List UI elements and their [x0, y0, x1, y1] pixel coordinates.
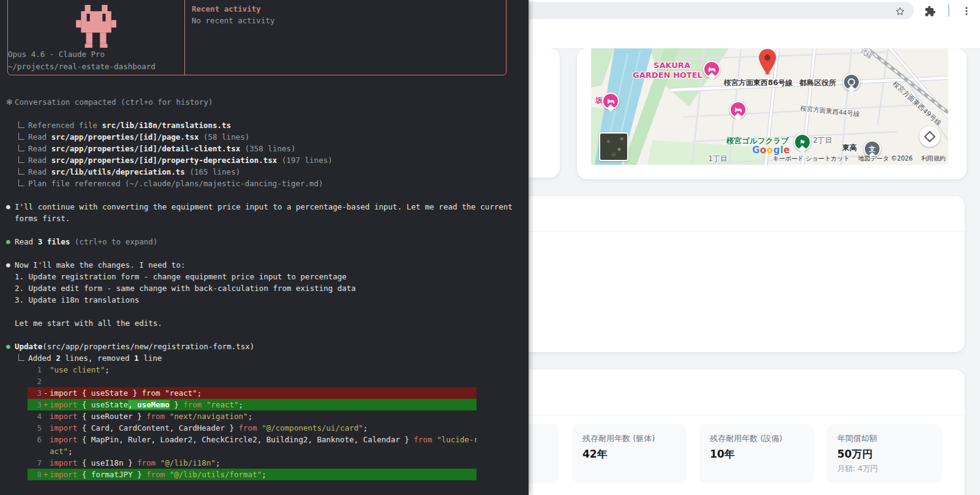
- diff-line: 1 "use client";: [28, 364, 477, 376]
- terminal-line: 3. Update i18n translations: [0, 294, 529, 306]
- fullscreen-arrows-icon: [924, 130, 936, 143]
- google-logo-letter: o: [760, 145, 767, 156]
- terminal-line: 2. Update edit form - same change with b…: [0, 282, 529, 294]
- elbow-icon: [18, 179, 24, 186]
- model-label: Opus 4.6 · Claude Pro: [8, 50, 184, 59]
- browser-menu-icon[interactable]: [960, 5, 973, 17]
- claude-code-terminal[interactable]: Opus 4.6 · Claude Pro ~/projects/real-es…: [0, 0, 529, 495]
- google-map[interactable]: SAKURAGARDEN HOTEL坂桜宮方面東西86号線都島区役所桜宮方面東西…: [591, 48, 948, 165]
- map-fullscreen-button[interactable]: [919, 126, 940, 147]
- terminal-gap: [0, 224, 529, 236]
- terminal-line: ●Now I'll make the changes. I need to:: [0, 259, 529, 271]
- terminal-line: ●Update(src/app/properties/new/registrat…: [0, 341, 529, 352]
- terminal-line: Plan file referenced (~/.claude/plans/ma…: [0, 178, 529, 189]
- elbow-icon: [18, 354, 24, 361]
- stat-sub: 月額: 4万円: [837, 464, 932, 474]
- google-logo-letter: G: [752, 145, 760, 156]
- screen: SAKURAGARDEN HOTEL坂桜宮方面東西86号線都島区役所桜宮方面東西…: [0, 0, 980, 495]
- recent-activity-title: Recent activity: [192, 4, 261, 13]
- terminal-line: Read src/app/properties/[id]/detail-clie…: [0, 143, 529, 154]
- bullet-icon: ●: [6, 341, 10, 352]
- map-label: SAKURA: [654, 61, 690, 70]
- bullet-icon: ●: [6, 201, 10, 213]
- bullet-icon: ●: [6, 259, 10, 271]
- terminal-gap: [0, 329, 529, 341]
- map-label: 東高: [842, 143, 857, 153]
- map-label: 都島区役所: [799, 78, 836, 88]
- stat-box: 年間償却額50万円月額: 4万円: [827, 424, 942, 483]
- terminal-line: Read src/lib/utils/depreciation.ts (165 …: [0, 166, 529, 178]
- stat-label: 年間償却額: [837, 433, 932, 444]
- map-label: 2丁目: [813, 135, 832, 146]
- diff-line: 3-import { useState } from "react";: [28, 387, 477, 399]
- stat-value: 50万円: [837, 447, 932, 461]
- diff-line: 5 import { Card, CardContent, CardHeader…: [28, 422, 477, 434]
- map-marker-hotel-icon[interactable]: [729, 101, 747, 118]
- terminal-gap: [0, 306, 529, 317]
- compact-icon: ✻: [6, 96, 12, 108]
- map-card: SAKURAGARDEN HOTEL坂桜宮方面東西86号線都島区役所桜宮方面東西…: [577, 48, 967, 179]
- map-pin-icon[interactable]: [759, 49, 776, 77]
- terminal-line: ●I'll continue with converting the equip…: [0, 201, 529, 213]
- diff-line: 7 import { useI18n } from "@/lib/i18n";: [28, 457, 477, 469]
- stat-label: 残存耐用年数 (設備): [710, 433, 804, 444]
- diff-line: 2: [28, 376, 477, 387]
- map-label: 桜宮方面東西86号線: [724, 78, 793, 88]
- stat-box: 残存耐用年数 (躯体)42年: [572, 424, 687, 483]
- terminal-line: Read src/app/properties/[id]/page.tsx (5…: [0, 131, 529, 143]
- diff-line: act";: [28, 445, 477, 457]
- stat-value: 42年: [582, 447, 676, 461]
- diff-line: 6 import { MapPin, Ruler, Loader2, Check…: [28, 434, 477, 445]
- map-marker-hotel-icon[interactable]: [602, 93, 619, 110]
- map-marker-hotel-icon[interactable]: [703, 61, 720, 78]
- welcome-box: Opus 4.6 · Claude Pro ~/projects/real-es…: [7, 0, 507, 75]
- bookmark-star-icon[interactable]: [894, 5, 906, 17]
- recent-activity-empty: No recent activity: [192, 16, 274, 25]
- map-label: 1丁目: [708, 154, 728, 164]
- satellite-toggle-thumbnail[interactable]: [599, 132, 628, 161]
- extensions-icon[interactable]: [924, 5, 936, 17]
- elbow-icon: [18, 133, 24, 140]
- map-label: GARDEN HOTEL: [633, 70, 703, 80]
- bullet-icon: ●: [6, 236, 10, 248]
- stat-label: 残存耐用年数 (躯体): [582, 433, 676, 444]
- elbow-icon: [18, 121, 24, 128]
- keyboard-shortcuts-link[interactable]: キーボード ショートカット: [773, 154, 850, 163]
- toolbar-divider: [948, 4, 949, 17]
- elbow-icon: [18, 156, 24, 163]
- map-marker-golf-icon[interactable]: ⚑: [794, 134, 811, 151]
- terminal-gap: [0, 108, 529, 119]
- terminal-line: forms first.: [0, 213, 529, 224]
- diff-line: 3+import { useState, useMemo } from "rea…: [28, 399, 477, 410]
- elbow-icon: [18, 168, 24, 175]
- diff-line: 4 import { useRouter } from "next/naviga…: [28, 410, 477, 422]
- diff-line: 8+import { formatJPY } from "@/lib/utils…: [28, 469, 477, 480]
- stat-value: 10年: [710, 447, 804, 461]
- terminal-line: Read src/app/properties/[id]/property-de…: [0, 154, 529, 166]
- terminal-transcript: ✻Conversation compacted (ctrl+o for hist…: [0, 96, 529, 480]
- terminal-line: ✻Conversation compacted (ctrl+o for hist…: [0, 96, 529, 108]
- terminal-line: ●Read 3 files (ctrl+o to expand): [0, 236, 529, 248]
- elbow-icon: [18, 145, 24, 151]
- terminal-line: Let me start with all the edits.: [0, 317, 529, 329]
- welcome-divider: [184, 0, 185, 75]
- stat-box: 残存耐用年数 (設備)10年: [699, 424, 814, 483]
- terminal-line: 1. Update registration form - change equ…: [0, 271, 529, 282]
- terminal-line: Added 2 lines, removed 1 line: [0, 352, 529, 364]
- terms-link[interactable]: 利用規約: [921, 154, 946, 163]
- terminal-gap: [0, 189, 529, 201]
- claude-mascot-icon: [76, 5, 116, 49]
- map-data-label: 地図データ ©2026: [858, 154, 913, 163]
- map-marker-gov-icon[interactable]: [843, 74, 860, 91]
- map-attribution: キーボード ショートカット 地図データ ©2026 利用規約: [773, 154, 946, 163]
- terminal-line: Referenced file src/lib/i18n/translation…: [0, 119, 529, 131]
- terminal-gap: [0, 248, 529, 259]
- project-path: ~/projects/real-estate-dashboard: [8, 62, 184, 71]
